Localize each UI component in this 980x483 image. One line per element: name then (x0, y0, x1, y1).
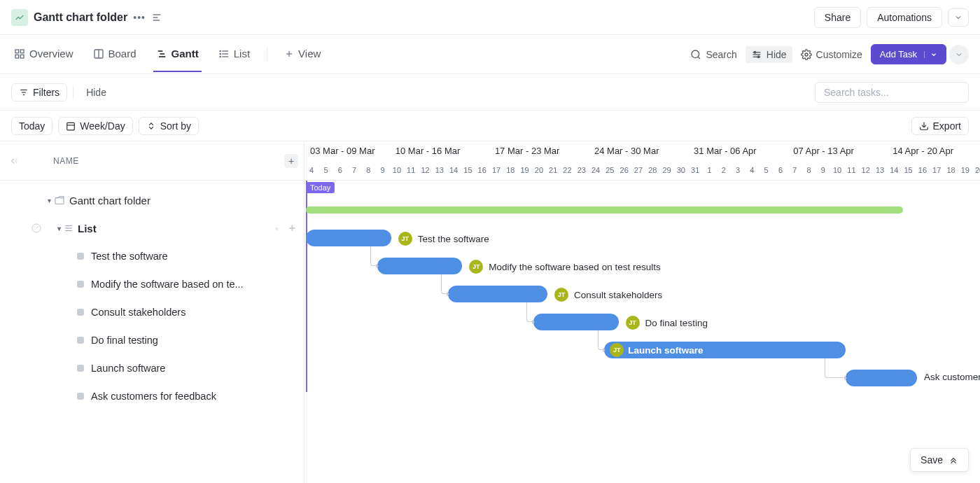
task-label: JTModify the software based on test resu… (469, 260, 660, 274)
add-column-button[interactable]: + (284, 154, 298, 168)
caret-down-icon[interactable]: ▾ (57, 225, 61, 232)
today-button[interactable]: Today (11, 117, 52, 135)
filters-label: Filters (33, 87, 59, 98)
gantt-toolbar-left: Today Week/Day Sort by (11, 117, 199, 135)
task-bar[interactable]: JTLaunch software (604, 342, 846, 358)
tree-task-label: Do final testing (91, 335, 158, 346)
automations-button[interactable]: Automations (867, 7, 942, 28)
more-icon[interactable]: ••• (133, 12, 146, 23)
overview-icon (14, 48, 25, 59)
folder-title[interactable]: Gantt chart folder (34, 11, 127, 24)
dependency-line (441, 274, 448, 294)
customize-button[interactable]: Customize (795, 46, 868, 63)
board-icon (93, 48, 104, 59)
sortby-label: Sort by (160, 120, 191, 132)
task-bar[interactable] (533, 314, 619, 330)
day-header-cell: 11 (844, 161, 858, 181)
day-header-cell: 17 (489, 161, 503, 181)
task-bar[interactable] (306, 230, 391, 246)
dependency-line (370, 246, 377, 266)
task-label-text: Consult stakeholders (574, 290, 662, 300)
search-icon (690, 49, 701, 60)
day-header-cell: 15 (901, 161, 915, 181)
automations-dropdown-button[interactable] (948, 8, 969, 27)
tree-task-label: Ask customers for feedback (91, 391, 216, 402)
day-header-cell: 1 (702, 161, 716, 181)
tree-task-row[interactable]: Do final testing (0, 326, 304, 354)
task-bar[interactable] (377, 258, 463, 274)
export-label: Export (933, 120, 961, 132)
tree-folder-row[interactable]: ▾ Gantt chart folder (0, 186, 304, 214)
filters-button[interactable]: Filters (11, 83, 67, 102)
divider (73, 85, 74, 99)
save-button[interactable]: Save (910, 448, 969, 472)
tree-task-row[interactable]: Modify the software based on te... (0, 270, 304, 298)
tab-list[interactable]: List (216, 36, 253, 72)
calendar-icon (66, 121, 76, 131)
avatar: JT (398, 232, 412, 246)
day-header-cell: 24 (589, 161, 603, 181)
task-label-text: Modify the software based on test result… (489, 262, 660, 272)
search-label: Search (706, 49, 736, 60)
plus-icon (284, 49, 294, 59)
divider (267, 48, 267, 62)
filter-icon (19, 88, 29, 97)
share-button[interactable]: Share (814, 7, 861, 28)
tree-task-row[interactable]: Consult stakeholders (0, 298, 304, 326)
more-dropdown-button[interactable] (949, 45, 969, 64)
customize-label: Customize (816, 49, 862, 60)
tab-gantt[interactable]: Gantt (153, 36, 202, 72)
back-arrow-icon[interactable] (8, 156, 18, 166)
tree-list-label: List (78, 223, 97, 234)
tree-list-row[interactable]: ▾ List • + (0, 214, 304, 242)
search-button[interactable]: Search (685, 46, 742, 63)
task-bar[interactable] (846, 370, 917, 386)
week-header-cell: 03 Mar - 09 Mar (304, 141, 390, 161)
svg-point-25 (754, 51, 756, 53)
hide-label: Hide (766, 49, 787, 60)
tree-task-row[interactable]: Ask customers for feedback (0, 382, 304, 410)
day-header-cell: 25 (603, 161, 617, 181)
gantt-timeline[interactable]: 03 Mar - 09 Mar10 Mar - 16 Mar17 Mar - 2… (304, 141, 980, 483)
summary-bar[interactable] (306, 206, 903, 214)
day-header-cell: 10 (830, 161, 844, 181)
task-bar[interactable] (448, 286, 547, 302)
hide-icon (751, 49, 762, 60)
tab-overview[interactable]: Overview (11, 36, 76, 72)
add-task-label: Add Task (880, 49, 917, 59)
tab-board-label: Board (108, 48, 136, 59)
svg-line-37 (36, 226, 38, 228)
search-tasks-input[interactable] (815, 82, 969, 103)
title-bar-left: Gantt chart folder ••• (11, 9, 162, 26)
weekday-button[interactable]: Week/Day (58, 117, 132, 135)
tree-task-row[interactable]: Launch software (0, 354, 304, 382)
task-label-text: Test the software (418, 234, 489, 244)
task-label: JTTest the software (398, 232, 489, 246)
day-header-cell: 17 (930, 161, 944, 181)
sortby-button[interactable]: Sort by (139, 117, 199, 135)
add-task-button[interactable]: Add Task (871, 44, 946, 64)
hide-text-button[interactable]: Hide (79, 84, 113, 101)
tab-board[interactable]: Board (90, 36, 139, 72)
day-header-cell: 21 (546, 161, 560, 181)
day-header-cell: 4 (745, 161, 759, 181)
list-toggle-icon[interactable] (151, 12, 162, 23)
export-button[interactable]: Export (911, 117, 969, 135)
dependency-arrow-icon (603, 348, 606, 352)
dependency-arrow-icon (844, 376, 847, 380)
svg-point-16 (220, 53, 220, 54)
tree-task-label: Launch software (91, 363, 165, 374)
hide-button[interactable]: Hide (746, 46, 792, 63)
add-task-to-list-button[interactable]: + (289, 222, 295, 234)
filters-bar: Filters Hide (0, 74, 980, 111)
tree-task-row[interactable]: Test the software (0, 242, 304, 270)
add-view-button[interactable]: View (281, 36, 323, 72)
caret-down-icon[interactable]: ▾ (48, 197, 51, 204)
gantt-sidebar: NAME + ▾ Gantt chart folder ▾ List • (0, 141, 304, 483)
chart-folder-row (304, 181, 980, 196)
download-icon (919, 121, 929, 131)
avatar: JT (554, 288, 568, 302)
day-header-cell: 16 (475, 161, 489, 181)
day-header-cell: 29 (659, 161, 673, 181)
sort-icon (146, 121, 156, 131)
